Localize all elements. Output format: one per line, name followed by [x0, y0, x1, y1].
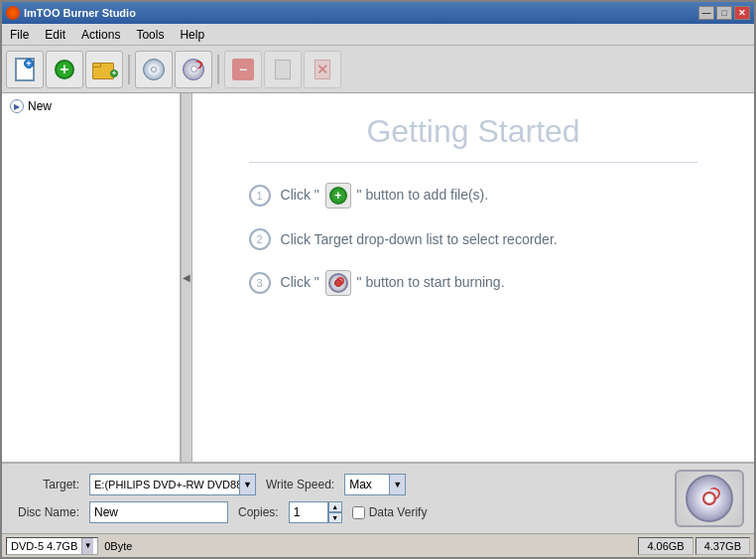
gs-step-1-num: 1	[249, 185, 271, 207]
title-bar: ImTOO Burner Studio — □ ✕	[2, 2, 754, 24]
write-speed-label: Write Speed:	[266, 478, 334, 491]
target-value: E:(PHILIPS DVD+-RW DVD880	[90, 475, 239, 494]
gs-step-2: 2 Click Target drop-down list to select …	[249, 228, 698, 250]
toolbar: + + +	[2, 46, 754, 93]
menu-edit[interactable]: Edit	[37, 26, 73, 44]
menu-file[interactable]: File	[2, 26, 37, 44]
gs-step-1: 1 Click " + " button to add file(s).	[249, 183, 698, 209]
app-icon	[6, 6, 20, 20]
add-file-button[interactable]: +	[46, 51, 83, 88]
burn-icon	[183, 59, 204, 80]
tree-item-label: New	[28, 99, 52, 113]
write-speed-value: Max	[345, 475, 389, 494]
copies-input[interactable]	[289, 501, 328, 523]
gs-add-inline-icon: +	[325, 183, 351, 209]
burn-btn-disc-icon	[686, 475, 733, 522]
data-verify-checkbox[interactable]	[352, 506, 365, 519]
status-size-1: 4.06GB	[638, 537, 693, 555]
status-size-value: 0Byte	[98, 540, 138, 552]
target-dropdown-arrow: ▼	[239, 475, 255, 494]
status-bar: DVD-5 4.7GB ▼ 0Byte 4.06GB 4.37GB	[2, 533, 754, 557]
gs-step-1-text: Click " + " button to add file(s).	[281, 183, 489, 209]
data-verify-control: Data Verify	[352, 505, 428, 519]
clear-button[interactable]	[264, 51, 302, 88]
tree-item-new[interactable]: ▶ New	[2, 97, 180, 115]
iso-icon	[143, 59, 165, 80]
open-folder-button[interactable]: +	[85, 51, 123, 88]
bottom-row-1: Target: E:(PHILIPS DVD+-RW DVD880 ▼ Writ…	[12, 474, 675, 495]
gs-step-2-text: Click Target drop-down list to select re…	[281, 231, 558, 247]
disc-type-selector[interactable]: DVD-5 4.7GB ▼	[6, 537, 98, 555]
restore-button[interactable]: □	[716, 6, 732, 20]
getting-started-title: Getting Started	[366, 113, 579, 150]
write-speed-dropdown[interactable]: Max ▼	[344, 474, 406, 495]
title-controls: — □ ✕	[698, 6, 750, 20]
disc-type-value: DVD-5 4.7GB	[11, 540, 77, 552]
status-right: 4.06GB 4.37GB	[638, 537, 750, 555]
tree-arrow-icon: ▶	[10, 99, 24, 113]
minimize-button[interactable]: —	[698, 6, 714, 20]
status-size-2: 4.37GB	[695, 537, 750, 555]
window-title: ImTOO Burner Studio	[24, 7, 136, 19]
close-button[interactable]: ✕	[734, 6, 750, 20]
title-bar-left: ImTOO Burner Studio	[6, 6, 136, 20]
menu-actions[interactable]: Actions	[73, 26, 128, 44]
copies-up[interactable]: ▲	[328, 501, 342, 512]
folder-icon: +	[92, 60, 116, 79]
start-burn-button[interactable]	[675, 470, 744, 527]
gs-step-3-text: Click " " button to start burning.	[281, 270, 505, 296]
bottom-row-2: Disc Name: Copies: ▲ ▼ Data Verify	[12, 501, 675, 523]
new-button[interactable]: +	[6, 51, 44, 88]
gs-burn-inline-icon	[325, 270, 351, 296]
main-window: ImTOO Burner Studio — □ ✕ File Edit Acti…	[0, 0, 756, 559]
toolbar-separator-1	[128, 55, 130, 84]
menu-help[interactable]: Help	[172, 26, 212, 44]
main-area: ▶ New ◀ Getting Started 1 Click " +	[2, 93, 754, 462]
bottom-bar: Target: E:(PHILIPS DVD+-RW DVD880 ▼ Writ…	[2, 462, 754, 533]
copies-label: Copies:	[238, 505, 279, 519]
menu-tools[interactable]: Tools	[128, 26, 172, 44]
disc-name-label: Disc Name:	[12, 505, 79, 519]
add-file-icon: +	[54, 59, 75, 80]
data-verify-text: Data Verify	[369, 505, 428, 519]
remove-icon: −	[232, 59, 254, 80]
copies-down[interactable]: ▼	[328, 512, 342, 523]
delete-button[interactable]: ✕	[304, 51, 341, 88]
toolbar-separator-2	[217, 55, 219, 84]
new-icon: +	[13, 58, 37, 81]
disc-type-arrow: ▼	[81, 538, 93, 554]
copies-spinner: ▲ ▼	[328, 501, 342, 523]
gs-step-3-num: 3	[249, 272, 271, 294]
gs-step-2-num: 2	[249, 228, 271, 250]
clear-icon	[275, 60, 291, 79]
collapse-handle[interactable]: ◀	[181, 93, 192, 462]
target-dropdown[interactable]: E:(PHILIPS DVD+-RW DVD880 ▼	[89, 474, 256, 495]
burn-btn-center-icon	[702, 491, 716, 505]
write-speed-arrow: ▼	[389, 475, 405, 494]
menu-bar: File Edit Actions Tools Help	[2, 24, 754, 46]
remove-button[interactable]: −	[224, 51, 262, 88]
burn-button[interactable]	[175, 51, 212, 88]
bottom-controls: Target: E:(PHILIPS DVD+-RW DVD880 ▼ Writ…	[12, 474, 675, 523]
copies-control: ▲ ▼	[289, 501, 342, 523]
right-panel: Getting Started 1 Click " + " button to …	[192, 93, 754, 462]
delete-icon: ✕	[315, 60, 330, 79]
disc-name-input[interactable]	[89, 501, 228, 523]
getting-started-divider	[249, 162, 698, 163]
iso-button[interactable]	[135, 51, 173, 88]
left-panel: ▶ New	[2, 93, 181, 462]
getting-started-steps: 1 Click " + " button to add file(s). 2	[249, 183, 698, 296]
gs-step-3: 3 Click " " button to start burning.	[249, 270, 698, 296]
target-label: Target:	[12, 478, 79, 491]
